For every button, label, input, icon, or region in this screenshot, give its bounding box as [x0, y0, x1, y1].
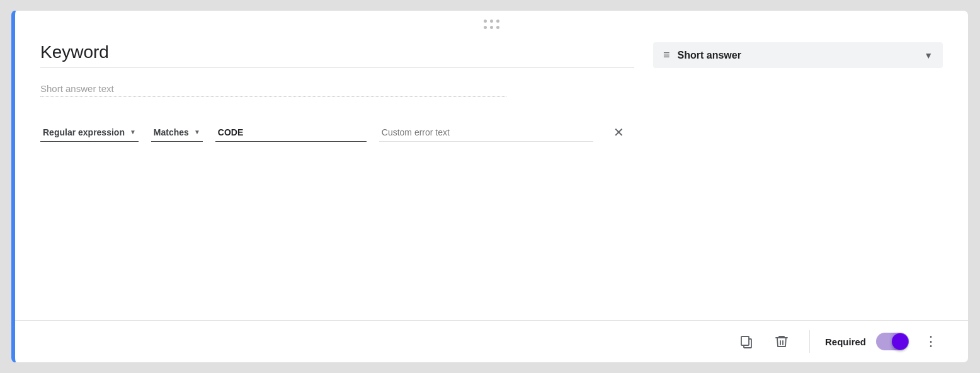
expression-arrow-icon: ▼	[130, 129, 136, 135]
drag-handle[interactable]	[15, 11, 968, 36]
short-answer-placeholder: Short answer text	[40, 83, 506, 97]
svg-rect-1	[741, 336, 749, 345]
type-label: Short answer	[678, 50, 917, 61]
close-validation-button[interactable]: ✕	[608, 122, 629, 142]
type-selector-button[interactable]: ≡ Short answer ▼	[653, 42, 943, 68]
matches-arrow-icon: ▼	[194, 129, 200, 135]
copy-button[interactable]	[734, 329, 759, 354]
required-label: Required	[825, 336, 866, 347]
expression-dropdown[interactable]: Regular expression ▼	[40, 123, 139, 142]
question-title-wrapper: Keyword	[40, 42, 634, 68]
more-icon: ⋮	[924, 333, 938, 350]
drag-dots-icon	[484, 20, 500, 30]
toggle-thumb	[892, 333, 908, 350]
question-card: Keyword Short answer text Regular expres…	[11, 10, 969, 363]
question-title[interactable]: Keyword	[40, 42, 634, 62]
footer-divider	[809, 330, 810, 353]
type-icon: ≡	[663, 49, 670, 62]
card-body: Keyword Short answer text Regular expres…	[15, 36, 968, 320]
delete-icon	[774, 334, 789, 349]
type-arrow-icon: ▼	[924, 50, 933, 60]
matches-dropdown[interactable]: Matches ▼	[151, 123, 203, 142]
copy-icon	[739, 334, 754, 349]
code-input[interactable]	[215, 123, 367, 142]
card-footer: Required ⋮	[15, 320, 968, 362]
expression-label: Regular expression	[43, 127, 125, 137]
right-section: ≡ Short answer ▼	[653, 42, 943, 307]
validation-row: Regular expression ▼ Matches ▼ ✕	[40, 122, 634, 142]
delete-button[interactable]	[769, 329, 794, 354]
left-section: Keyword Short answer text Regular expres…	[40, 42, 634, 307]
more-options-button[interactable]: ⋮	[919, 328, 943, 355]
custom-error-input[interactable]	[379, 123, 593, 142]
close-icon: ✕	[613, 125, 624, 139]
required-toggle[interactable]	[876, 333, 909, 350]
matches-label: Matches	[154, 127, 189, 137]
